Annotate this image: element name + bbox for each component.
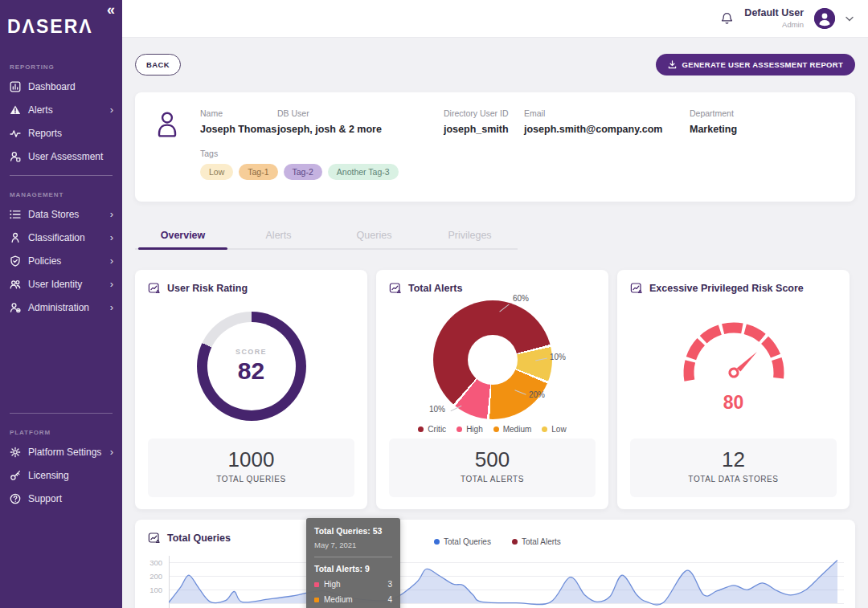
chevron-right-icon: ›	[110, 257, 113, 265]
field-value: joseph, josh & 2 more	[277, 124, 444, 135]
footer-label: TOTAL QUERIES	[148, 475, 354, 484]
legend-item-total-alerts: Total Alerts	[512, 537, 561, 546]
sidebar-item-policies[interactable]: Policies›	[0, 249, 122, 272]
back-button[interactable]: BACK	[135, 54, 181, 75]
avatar[interactable]	[814, 8, 835, 29]
sidebar-item-support[interactable]: Support	[0, 487, 122, 510]
user-info-card: NameJoseph ThomasDB Userjoseph, josh & 2…	[135, 92, 855, 202]
sidebar-item-label: Data Stores	[28, 209, 79, 220]
field-directory-user-id: Directory User IDjoseph_smith	[444, 108, 524, 135]
user-menu[interactable]: Default User Admin	[744, 7, 804, 30]
risk-ring: SCORE 82	[197, 312, 306, 421]
user-name: Default User	[744, 7, 804, 20]
field-value: joseph.smith@company.com	[524, 124, 690, 135]
legend-label: Medium	[503, 425, 532, 434]
sidebar: « DΛSERΛ REPORTINGDashboardAlerts›Report…	[0, 0, 122, 608]
sidebar-item-administration[interactable]: Administration›	[0, 296, 122, 319]
tag-tag-1: Tag-1	[239, 164, 277, 180]
card-footer: 12 TOTAL DATA STORES	[630, 439, 837, 497]
user-assessment-icon	[10, 151, 21, 162]
sidebar-item-classification[interactable]: Classification›	[0, 226, 122, 249]
sidebar-item-user-assessment[interactable]: User Assessment	[0, 145, 122, 168]
sidebar-item-label: Reports	[28, 128, 62, 139]
chevron-down-icon[interactable]	[845, 16, 854, 22]
severity-swatch	[314, 598, 319, 602]
field-value: joseph_smith	[444, 124, 524, 135]
tag-tag-2: Tag-2	[284, 164, 322, 180]
field-db-user: DB Userjoseph, josh & 2 more	[277, 108, 444, 135]
tooltip-rows: High3Medium4	[314, 580, 392, 604]
platform-settings-icon	[10, 447, 21, 458]
sidebar-item-label: Support	[28, 493, 62, 504]
legend-label: High	[466, 425, 483, 434]
footer-label: TOTAL ALERTS	[389, 475, 596, 484]
field-label: Department	[690, 108, 810, 118]
y-tick: 200	[141, 572, 162, 581]
legend-label: Low	[551, 425, 566, 434]
nav-spacer	[0, 319, 122, 406]
user-role: Admin	[744, 20, 804, 30]
tooltip-row-value: 3	[387, 580, 392, 589]
sidebar-item-reports[interactable]: Reports	[0, 121, 122, 145]
risk-gauge	[665, 308, 802, 392]
administration-icon	[10, 302, 21, 313]
user-risk-rating-card: User Risk Rating SCORE 82 1000 TOTAL QUE…	[135, 270, 367, 509]
tags-label: Tags	[200, 149, 839, 158]
chart-warning-icon	[148, 282, 161, 295]
tooltip-row-value: 4	[387, 595, 392, 604]
legend-dot	[434, 539, 440, 545]
licensing-icon	[10, 470, 21, 481]
tooltip-row-high: High3	[314, 580, 392, 589]
risk-ring-center: SCORE 82	[207, 322, 296, 410]
tab-queries[interactable]: Queries	[326, 225, 422, 248]
sidebar-item-user-identity[interactable]: User Identity›	[0, 272, 122, 296]
score-label: SCORE	[235, 348, 267, 356]
sidebar-item-data-stores[interactable]: Data Stores›	[0, 202, 122, 226]
classification-icon	[10, 232, 21, 243]
nav-section-label: PLATFORM	[0, 421, 122, 440]
footer-value: 500	[389, 447, 596, 472]
sidebar-item-alerts[interactable]: Alerts›	[0, 98, 122, 121]
stat-cards-row: User Risk Rating SCORE 82 1000 TOTAL QUE…	[135, 270, 855, 509]
dashboard-icon	[10, 81, 21, 92]
generate-report-button[interactable]: GENERATE USER ASSESSMENT REPORT	[656, 54, 855, 75]
main-content: BACK GENERATE USER ASSESSMENT REPORT Nam…	[122, 38, 868, 608]
topbar: Default User Admin	[122, 0, 868, 38]
y-tick: 300	[141, 558, 162, 567]
sidebar-item-platform-settings[interactable]: Platform Settings›	[0, 440, 122, 463]
notifications-bell-icon[interactable]	[720, 11, 734, 26]
severity-swatch	[314, 582, 319, 587]
download-icon	[668, 60, 677, 69]
footer-value: 1000	[148, 447, 354, 472]
total-queries-card: Total Queries Total QueriesTotal Alerts …	[135, 520, 855, 608]
legend-dot	[418, 426, 424, 432]
field-department: DepartmentMarketing	[690, 108, 810, 135]
y-tick: 100	[141, 586, 162, 594]
chart-warning-icon	[148, 532, 161, 545]
alerts-donut[interactable]	[433, 300, 552, 419]
tab-privileges[interactable]: Privileges	[422, 225, 518, 248]
person-outline-icon	[153, 110, 182, 142]
chevron-right-icon: ›	[110, 280, 113, 288]
sidebar-item-licensing[interactable]: Licensing	[0, 463, 122, 487]
tab-alerts[interactable]: Alerts	[231, 225, 326, 248]
legend-dot	[457, 426, 462, 432]
user-tags: Tags LowTag-1Tag-2Another Tag-3	[151, 149, 839, 180]
sidebar-item-label: Licensing	[28, 470, 69, 481]
timeline-legend: Total QueriesTotal Alerts	[434, 537, 561, 546]
user-fields: NameJoseph ThomasDB Userjoseph, josh & 2…	[151, 108, 839, 135]
privileged-risk-card: Excessive Privileged Risk Score 80 12 TO…	[617, 270, 850, 509]
chevron-right-icon: ›	[110, 106, 113, 114]
legend-dot	[542, 426, 547, 432]
queries-area-chart[interactable]	[169, 552, 837, 608]
tooltip-queries: Total Queries: 53	[314, 526, 392, 536]
sidebar-item-label: Classification	[28, 232, 85, 243]
sidebar-collapse-icon[interactable]: «	[107, 2, 115, 18]
nav-section-label: REPORTING	[0, 55, 122, 75]
gauge-needle	[727, 352, 762, 378]
tag-row: LowTag-1Tag-2Another Tag-3	[200, 164, 839, 180]
tab-overview[interactable]: Overview	[135, 225, 231, 248]
sidebar-item-dashboard[interactable]: Dashboard	[0, 75, 122, 98]
sidebar-item-label: User Assessment	[28, 151, 103, 162]
sidebar-nav: REPORTINGDashboardAlerts›ReportsUser Ass…	[0, 55, 122, 510]
